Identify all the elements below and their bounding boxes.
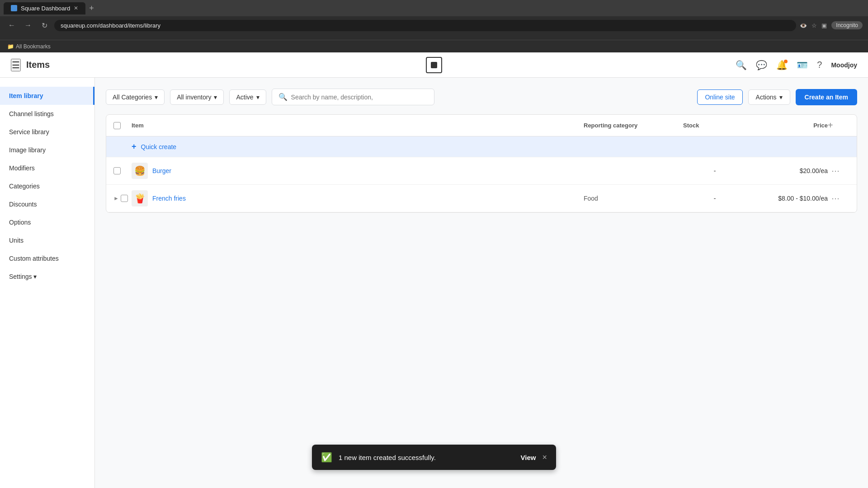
fries-price: $8.00 - $10.00/ea bbox=[746, 195, 828, 202]
header-stock-col: Stock bbox=[683, 122, 746, 129]
sidebar-item-settings[interactable]: Settings ▾ bbox=[0, 267, 94, 286]
help-button[interactable]: ? bbox=[817, 60, 822, 70]
tab-close-button[interactable]: ✕ bbox=[74, 5, 78, 11]
sidebar: Item library Channel listings Service li… bbox=[0, 78, 95, 488]
fries-stock: - bbox=[683, 195, 746, 202]
header-check-col bbox=[113, 122, 132, 129]
sidebar-item-service-library[interactable]: Service library bbox=[0, 123, 94, 141]
fries-checkbox[interactable] bbox=[121, 195, 128, 202]
sidebar-icon: ▣ bbox=[821, 22, 827, 29]
quick-create-label: Quick create bbox=[141, 143, 177, 150]
all-inventory-filter[interactable]: All inventory ▾ bbox=[170, 89, 224, 105]
app-title: Items bbox=[26, 60, 50, 70]
active-tab[interactable]: Square Dashboard ✕ bbox=[4, 2, 85, 14]
nav-right-icons: 👁️ ☆ ▣ Incognito bbox=[800, 21, 863, 29]
new-tab-button[interactable]: + bbox=[89, 4, 94, 13]
chevron-down-icon-2: ▾ bbox=[214, 94, 217, 101]
create-item-button[interactable]: Create an Item bbox=[796, 89, 857, 105]
burger-more-button[interactable]: ⋯ bbox=[828, 164, 843, 178]
toast-message: 1 new item created successfully. bbox=[339, 454, 514, 461]
actions-button[interactable]: Actions ▾ bbox=[748, 89, 790, 105]
sidebar-item-options[interactable]: Options bbox=[0, 213, 94, 231]
square-inner bbox=[431, 62, 437, 68]
notification-dot bbox=[784, 60, 788, 63]
main-content: All Categories ▾ All inventory ▾ Active … bbox=[95, 78, 868, 488]
burger-checkbox[interactable] bbox=[113, 167, 121, 174]
address-bar[interactable] bbox=[54, 20, 796, 31]
sidebar-item-item-library[interactable]: Item library bbox=[0, 87, 94, 105]
sidebar-item-modifiers[interactable]: Modifiers bbox=[0, 159, 94, 177]
fries-expand-check-col: ► bbox=[113, 195, 132, 202]
active-label: Active bbox=[236, 94, 253, 101]
fries-thumbnail: 🍟 bbox=[132, 190, 148, 206]
items-table: Item Reporting category Stock Price + + bbox=[106, 114, 857, 213]
forward-button[interactable]: → bbox=[22, 19, 34, 32]
fries-more-button[interactable]: ⋯ bbox=[828, 192, 843, 205]
search-header-button[interactable]: 🔍 bbox=[736, 60, 747, 70]
tab-favicon bbox=[11, 5, 17, 11]
online-site-button[interactable]: Online site bbox=[697, 89, 742, 105]
square-logo-icon bbox=[426, 57, 442, 73]
burger-price: $20.00/ea bbox=[746, 167, 828, 174]
bookmarks-folder-icon: 📁 bbox=[7, 43, 14, 50]
sidebar-item-discounts[interactable]: Discounts bbox=[0, 195, 94, 213]
content-inner: All Categories ▾ All inventory ▾ Active … bbox=[95, 78, 868, 224]
burger-name-cell: 🍔 Burger bbox=[132, 163, 584, 179]
table-row: ► 🍟 French fries Food - $8.00 - $10.00/e… bbox=[106, 185, 857, 212]
header-add-col: + bbox=[828, 120, 849, 131]
search-input[interactable] bbox=[291, 94, 428, 101]
burger-more-col: ⋯ bbox=[828, 164, 849, 178]
fries-more-col: ⋯ bbox=[828, 192, 849, 205]
active-filter[interactable]: Active ▾ bbox=[229, 89, 266, 105]
quick-create-row[interactable]: + Quick create bbox=[106, 136, 857, 157]
app-header: ☰ Items 🔍 💬 🔔 🪪 ? Moodjoy bbox=[0, 52, 868, 78]
search-icon: 🔍 bbox=[278, 93, 288, 101]
card-reader-button[interactable]: 🪪 bbox=[797, 60, 808, 70]
main-layout: Item library Channel listings Service li… bbox=[0, 78, 868, 488]
user-avatar: Moodjoy bbox=[831, 61, 857, 69]
all-inventory-label: All inventory bbox=[177, 94, 211, 101]
header-price-col: Price bbox=[746, 122, 828, 129]
toast-view-button[interactable]: View bbox=[521, 454, 536, 461]
burger-link[interactable]: Burger bbox=[152, 167, 171, 174]
bookmarks-label: All Bookmarks bbox=[16, 43, 51, 50]
fries-expand-arrow[interactable]: ► bbox=[113, 195, 119, 202]
sidebar-item-categories[interactable]: Categories bbox=[0, 177, 94, 195]
toast-close-button[interactable]: × bbox=[542, 453, 547, 462]
table-row: 🍔 Burger - $20.00/ea ⋯ bbox=[106, 157, 857, 185]
burger-stock: - bbox=[683, 167, 746, 174]
incognito-badge: Incognito bbox=[831, 21, 863, 29]
sidebar-item-image-library[interactable]: Image library bbox=[0, 141, 94, 159]
messages-button[interactable]: 💬 bbox=[756, 60, 767, 70]
back-button[interactable]: ← bbox=[5, 19, 18, 32]
hamburger-menu[interactable]: ☰ bbox=[11, 59, 21, 71]
header-logo bbox=[426, 57, 442, 73]
sidebar-item-units[interactable]: Units bbox=[0, 231, 94, 249]
bookmarks-bar: 📁 All Bookmarks bbox=[0, 40, 868, 52]
notifications-button[interactable]: 🔔 bbox=[776, 60, 788, 70]
chevron-down-icon-3: ▾ bbox=[256, 94, 259, 101]
add-column-button[interactable]: + bbox=[828, 120, 833, 131]
burger-check-col bbox=[113, 167, 132, 174]
success-toast: ✅ 1 new item created successfully. View … bbox=[312, 445, 556, 470]
sidebar-item-channel-listings[interactable]: Channel listings bbox=[0, 105, 94, 123]
all-categories-label: All Categories bbox=[113, 94, 152, 101]
chevron-down-icon: ▾ bbox=[155, 94, 158, 101]
star-icon: ☆ bbox=[811, 22, 817, 29]
fries-name-cell: 🍟 French fries bbox=[132, 190, 584, 206]
toolbar: All Categories ▾ All inventory ▾ Active … bbox=[106, 89, 857, 105]
tab-title: Square Dashboard bbox=[21, 5, 70, 12]
header-category-col: Reporting category bbox=[584, 122, 683, 129]
toast-success-icon: ✅ bbox=[321, 452, 332, 463]
reload-button[interactable]: ↻ bbox=[38, 19, 51, 32]
fries-link[interactable]: French fries bbox=[152, 195, 186, 202]
tab-bar: Square Dashboard ✕ + bbox=[0, 0, 868, 16]
select-all-checkbox[interactable] bbox=[113, 122, 121, 129]
all-categories-filter[interactable]: All Categories ▾ bbox=[106, 89, 165, 105]
sidebar-item-custom-attributes[interactable]: Custom attributes bbox=[0, 249, 94, 267]
actions-label: Actions bbox=[756, 94, 777, 101]
browser-nav: ← → ↻ 👁️ ☆ ▣ Incognito bbox=[0, 16, 868, 34]
quick-create-plus-icon: + bbox=[132, 142, 137, 151]
actions-chevron-icon: ▾ bbox=[779, 94, 783, 101]
search-bar: 🔍 bbox=[272, 89, 434, 105]
